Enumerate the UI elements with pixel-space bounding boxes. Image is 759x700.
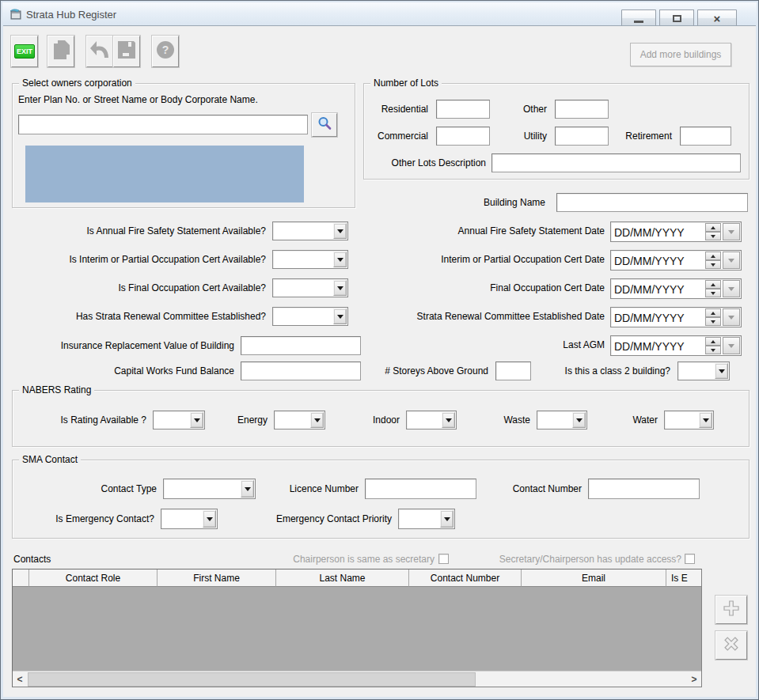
chevron-down-icon[interactable] xyxy=(723,252,740,269)
owners-search-input[interactable] xyxy=(18,115,308,134)
capital-works-input[interactable] xyxy=(241,361,361,380)
help-button[interactable]: ? xyxy=(152,36,179,67)
contact-role-header[interactable]: Contact Role xyxy=(29,569,157,587)
title-bar[interactable]: Strata Hub Register × xyxy=(2,2,757,25)
chevron-down-icon[interactable] xyxy=(723,223,740,240)
delete-contact-button[interactable] xyxy=(715,631,747,660)
date-spinner[interactable] xyxy=(705,337,721,354)
date-spinner[interactable] xyxy=(705,223,721,240)
exit-icon: EXIT xyxy=(14,44,35,59)
chevron-down-icon[interactable] xyxy=(699,412,712,428)
add-contact-button[interactable] xyxy=(715,596,747,624)
cross-icon xyxy=(722,634,741,656)
is-emergency-combo[interactable] xyxy=(161,509,218,529)
maximize-icon xyxy=(673,15,681,22)
energy-combo[interactable] xyxy=(274,411,325,429)
storeys-input[interactable] xyxy=(495,361,531,380)
waste-combo[interactable] xyxy=(537,411,587,429)
search-button[interactable] xyxy=(312,113,337,137)
date-spinner[interactable] xyxy=(705,280,721,297)
building-name-input[interactable] xyxy=(556,193,748,212)
indoor-combo[interactable] xyxy=(406,411,457,429)
commercial-input[interactable] xyxy=(436,127,490,146)
contacts-section-label: Contacts xyxy=(13,554,51,565)
emergency-priority-combo[interactable] xyxy=(398,509,455,529)
contacts-table-hscrollbar[interactable]: < > xyxy=(13,671,701,687)
water-label: Water xyxy=(632,414,658,426)
scrollbar-thumb[interactable] xyxy=(28,672,476,687)
sma-contact-number-input[interactable] xyxy=(588,479,700,499)
chevron-down-icon[interactable] xyxy=(310,412,324,428)
chevron-down-icon[interactable] xyxy=(572,412,586,428)
is-emergency-label: Is Emergency Contact? xyxy=(55,513,154,524)
building-name-label: Building Name xyxy=(484,197,545,208)
app-window: Strata Hub Register × EXIT ? Add more bu… xyxy=(0,0,759,700)
chevron-down-icon[interactable] xyxy=(203,510,216,528)
rating-available-combo[interactable] xyxy=(153,411,205,429)
sma-contact-group: SMA Contact xyxy=(12,460,750,539)
retirement-input[interactable] xyxy=(680,127,731,146)
chevron-down-icon[interactable] xyxy=(723,280,740,297)
chairperson-checkbox[interactable] xyxy=(438,554,449,564)
insurance-value-input[interactable] xyxy=(241,336,361,355)
chevron-down-icon[interactable] xyxy=(723,308,740,326)
renewal-committee-date-field[interactable]: DD/MM/YYYY xyxy=(610,307,742,327)
chevron-down-icon[interactable] xyxy=(442,412,455,428)
other-lots-description-label: Other Lots Description xyxy=(392,157,486,168)
chevron-down-icon[interactable] xyxy=(333,308,347,324)
exit-button[interactable]: EXIT xyxy=(11,36,38,67)
chevron-down-icon[interactable] xyxy=(440,510,454,528)
secretary-access-checkbox-label: Secretary/Chairperson has update access? xyxy=(499,554,681,565)
contacts-table-body[interactable] xyxy=(13,587,701,671)
indoor-label: Indoor xyxy=(373,414,400,426)
renewal-committee-combo[interactable] xyxy=(272,307,348,326)
chevron-down-icon[interactable] xyxy=(333,280,347,296)
final-cert-date-field[interactable]: DD/MM/YYYY xyxy=(610,278,742,299)
scroll-right-icon[interactable]: > xyxy=(687,672,701,687)
undo-button[interactable] xyxy=(86,36,113,67)
waste-label: Waste xyxy=(503,414,530,426)
final-cert-available-combo[interactable] xyxy=(272,278,348,297)
contact-number-header[interactable]: Contact Number xyxy=(409,569,522,587)
other-input[interactable] xyxy=(555,100,609,119)
other-lots-description-input[interactable] xyxy=(491,153,741,172)
contact-type-combo[interactable] xyxy=(163,479,256,499)
interim-cert-available-combo[interactable] xyxy=(272,250,348,269)
chevron-down-icon[interactable] xyxy=(333,252,347,267)
water-combo[interactable] xyxy=(664,411,714,429)
residential-input[interactable] xyxy=(436,100,490,119)
chevron-down-icon[interactable] xyxy=(723,337,740,354)
is-emergency-header[interactable]: Is E xyxy=(666,569,701,587)
last-agm-date-field[interactable]: DD/MM/YYYY xyxy=(610,335,742,356)
last-name-header[interactable]: Last Name xyxy=(276,569,409,587)
utility-input[interactable] xyxy=(555,127,609,146)
class2-combo[interactable] xyxy=(677,361,730,380)
email-header[interactable]: Email xyxy=(522,569,666,587)
first-name-header[interactable]: First Name xyxy=(157,569,276,587)
interim-cert-date-field[interactable]: DD/MM/YYYY xyxy=(610,250,742,271)
fire-safety-date-label: Annual Fire Safety Statement Date xyxy=(458,225,605,236)
chevron-down-icon[interactable] xyxy=(241,480,254,498)
contacts-table[interactable]: Contact Role First Name Last Name Contac… xyxy=(12,569,702,687)
renewal-committee-label: Has Strata Renewal Committee Established… xyxy=(76,311,266,322)
owners-corporation-listbox[interactable] xyxy=(25,146,304,202)
chevron-down-icon[interactable] xyxy=(333,223,347,239)
secretary-access-checkbox[interactable] xyxy=(685,554,695,564)
final-cert-date-label: Final Occupation Cert Date xyxy=(490,282,605,293)
commercial-label: Commercial xyxy=(378,131,428,142)
fire-safety-available-combo[interactable] xyxy=(272,221,348,240)
chevron-down-icon[interactable] xyxy=(715,363,728,379)
sma-contact-group-title: SMA Contact xyxy=(19,454,81,465)
new-record-button[interactable] xyxy=(47,36,74,67)
date-spinner[interactable] xyxy=(705,252,721,269)
date-spinner[interactable] xyxy=(705,308,721,326)
scroll-left-icon[interactable]: < xyxy=(13,672,27,687)
save-button[interactable] xyxy=(113,36,140,67)
add-more-buildings-button[interactable]: Add more buildings xyxy=(630,43,731,66)
chevron-down-icon[interactable] xyxy=(190,412,203,428)
licence-number-input[interactable] xyxy=(365,479,476,499)
fire-safety-date-field[interactable]: DD/MM/YYYY xyxy=(610,221,742,242)
svg-text:?: ? xyxy=(162,44,169,56)
residential-label: Residential xyxy=(381,104,428,115)
contacts-table-header: Contact Role First Name Last Name Contac… xyxy=(13,569,701,587)
